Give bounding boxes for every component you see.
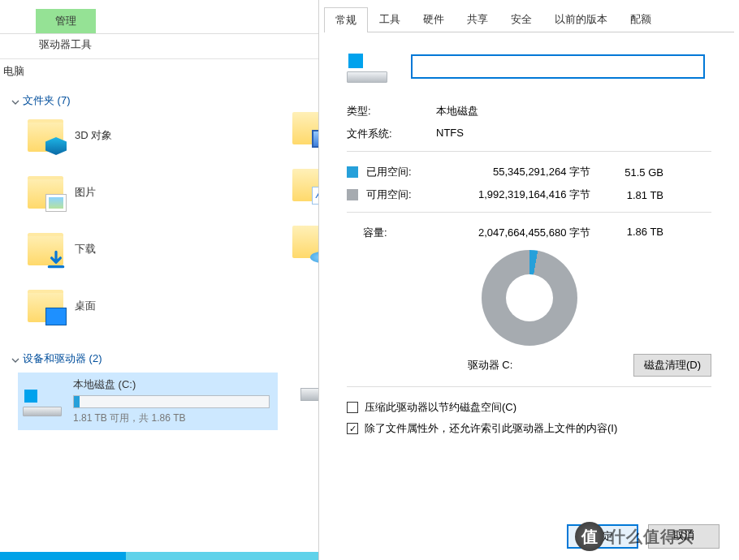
- section-folders-title: 文件夹 (7): [23, 93, 71, 108]
- drive-free-text: 1.81 TB 可用，共 1.86 TB: [73, 411, 270, 425]
- used-label: 已用空间:: [366, 165, 438, 179]
- index-checkbox[interactable]: ✓: [347, 423, 358, 434]
- type-value: 本地磁盘: [436, 104, 478, 118]
- capacity-short: 1.86 TB: [590, 226, 663, 240]
- drive-caption: 驱动器 C:: [347, 358, 633, 373]
- folder-icon: [28, 119, 63, 152]
- folder-label: 图片: [75, 185, 96, 200]
- cancel-button[interactable]: 取消: [648, 524, 720, 549]
- folder-label: 下载: [75, 242, 96, 256]
- section-devices-title: 设备和驱动器 (2): [23, 351, 102, 366]
- ribbon-tab-drive-tools[interactable]: 驱动器工具: [24, 35, 106, 54]
- chevron-down-icon: [11, 355, 19, 363]
- used-bytes: 55,345,291,264 字节: [438, 165, 590, 179]
- free-color-swatch: [347, 189, 358, 200]
- desktop-icon: [45, 308, 67, 325]
- drive-properties-dialog: 常规 工具 硬件 共享 安全 以前的版本 配额 类型: 本地磁盘 文件系统:: [318, 0, 739, 560]
- folder-icon: [28, 176, 63, 209]
- drive-item-c[interactable]: 本地磁盘 (C:) 1.81 TB 可用，共 1.86 TB: [18, 373, 278, 430]
- drive-icon: [23, 387, 62, 416]
- tab-previous-versions[interactable]: 以前的版本: [543, 6, 619, 32]
- capacity-bytes: 2,047,664,455,680 字节: [438, 226, 590, 240]
- folder-icon: [28, 233, 63, 265]
- index-checkbox-row[interactable]: ✓ 除了文件属性外，还允许索引此驱动器上文件的内容(I): [347, 421, 711, 436]
- file-explorer-window: 管理 驱动器工具 电脑 文件夹 (7) 3D 对象 图片 下载 桌面 设备和驱动…: [0, 0, 337, 560]
- folder-label: 桌面: [75, 299, 96, 313]
- filesystem-value: NTFS: [436, 127, 464, 141]
- folder-item-downloads[interactable]: 下载: [6, 228, 337, 285]
- capacity-label: 容量:: [363, 226, 438, 240]
- drive-name: 本地磁盘 (C:): [73, 377, 270, 392]
- taskbar-progress: [0, 552, 337, 560]
- ribbon: 管理: [0, 0, 337, 34]
- chevron-down-icon: [11, 97, 19, 105]
- free-space-row: 可用空间: 1,992,319,164,416 字节 1.81 TB: [347, 187, 711, 202]
- index-label: 除了文件属性外，还允许索引此驱动器上文件的内容(I): [365, 421, 617, 436]
- compress-checkbox-row[interactable]: 压缩此驱动器以节约磁盘空间(C): [347, 400, 711, 415]
- folder-item-desktop[interactable]: 桌面: [6, 285, 337, 342]
- free-label: 可用空间:: [366, 187, 438, 202]
- tab-quota[interactable]: 配额: [619, 6, 663, 32]
- folder-item-3d-objects[interactable]: 3D 对象: [6, 114, 337, 171]
- folder-icon: [28, 290, 63, 322]
- folder-label: 3D 对象: [75, 128, 112, 143]
- free-short: 1.81 TB: [590, 189, 663, 201]
- section-folders-header[interactable]: 文件夹 (7): [6, 84, 337, 114]
- capacity-row: 容量: 2,047,664,455,680 字节 1.86 TB: [363, 226, 711, 240]
- usage-pie-chart: [482, 250, 577, 346]
- download-arrow-icon: [45, 251, 67, 269]
- compress-label: 压缩此驱动器以节约磁盘空间(C): [365, 400, 516, 415]
- windows-logo-icon: [24, 390, 37, 403]
- tab-general[interactable]: 常规: [324, 7, 368, 32]
- drive-usage-bar: [73, 395, 270, 408]
- properties-tabs: 常规 工具 硬件 共享 安全 以前的版本 配额: [324, 6, 734, 32]
- location-label: 电脑: [0, 59, 337, 84]
- tab-hardware[interactable]: 硬件: [412, 6, 456, 32]
- used-space-row: 已用空间: 55,345,291,264 字节 51.5 GB: [347, 165, 711, 179]
- drive-icon: [347, 50, 387, 83]
- ok-button[interactable]: 确定: [567, 524, 638, 549]
- compress-checkbox[interactable]: [347, 402, 358, 413]
- windows-logo-icon: [348, 54, 363, 68]
- ribbon-tab-manage[interactable]: 管理: [36, 9, 96, 33]
- used-color-swatch: [347, 166, 358, 178]
- free-bytes: 1,992,319,164,416 字节: [438, 187, 590, 202]
- section-devices-header[interactable]: 设备和驱动器 (2): [6, 342, 337, 373]
- type-label: 类型:: [347, 104, 436, 118]
- photo-icon: [45, 194, 67, 212]
- tab-security[interactable]: 安全: [499, 6, 543, 32]
- folder-item-pictures[interactable]: 图片: [6, 171, 337, 228]
- drive-label-input[interactable]: [412, 55, 704, 78]
- tab-tools[interactable]: 工具: [368, 6, 412, 32]
- filesystem-label: 文件系统:: [347, 127, 436, 141]
- disk-cleanup-button[interactable]: 磁盘清理(D): [633, 354, 711, 377]
- used-short: 51.5 GB: [590, 166, 663, 179]
- tab-sharing[interactable]: 共享: [456, 6, 499, 32]
